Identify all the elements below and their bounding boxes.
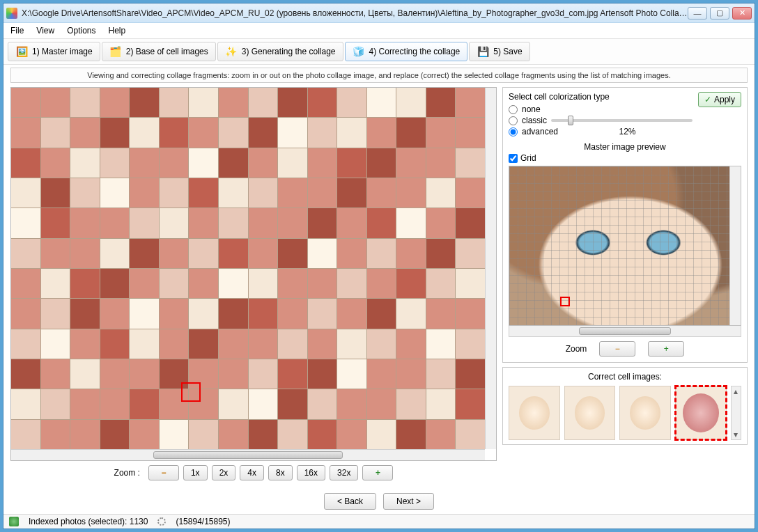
spinner-icon — [157, 517, 166, 526]
selected-cell-marker — [181, 382, 201, 402]
collage-image — [11, 88, 485, 449]
workspace: Zoom : − 1x 2x 4x 8x 16x 32x + Select ce… — [3, 84, 755, 486]
right-column: Select cell colorization type none class… — [502, 87, 748, 482]
colorization-title: Select cell colorization type — [509, 92, 693, 102]
zoom-32x-button[interactable]: 32x — [330, 465, 358, 480]
preview-zoom-controls: Zoom − + — [509, 337, 741, 358]
candidate-thumb[interactable] — [619, 386, 671, 440]
zoom-8x-button[interactable]: 8x — [268, 465, 293, 480]
close-button[interactable]: ✕ — [732, 7, 752, 19]
minimize-button[interactable]: — — [688, 7, 707, 19]
info-bar: Viewing and correcting collage fragments… — [10, 68, 748, 83]
zoom-2x-button[interactable]: 2x — [212, 465, 236, 480]
colorization-slider[interactable] — [551, 119, 693, 122]
collage-zoom-controls: Zoom : − 1x 2x 4x 8x 16x 32x + — [10, 461, 497, 482]
cube-icon: 🧊 — [353, 45, 365, 58]
app-window: X:\Google Drive\ArtensoftShare\Video_APC… — [3, 3, 755, 529]
image-icon: 🖼️ — [15, 45, 28, 58]
app-icon — [6, 8, 17, 19]
grid-label: Grid — [520, 153, 536, 163]
preview-viewport[interactable] — [509, 166, 741, 326]
correct-title: Correct cell images: — [509, 372, 741, 382]
step-save[interactable]: 💾5) Save — [469, 42, 529, 61]
preview-grid-overlay — [509, 166, 729, 325]
collage-scrollbar-horizontal[interactable] — [11, 449, 485, 460]
step-master-image[interactable]: 🖼️1) Master image — [8, 42, 100, 61]
window-title: X:\Google Drive\ArtensoftShare\Video_APC… — [22, 8, 688, 18]
status-bar: Indexed photos (selected): 1130 (15894/1… — [3, 514, 755, 529]
candidate-thumb[interactable] — [509, 386, 560, 440]
step-base-images[interactable]: 🗂️2) Base of cell images — [102, 42, 216, 61]
radio-classic[interactable] — [509, 116, 518, 125]
step-correct[interactable]: 🧊4) Correcting the collage — [345, 42, 468, 61]
add-images-icon: 🗂️ — [109, 45, 122, 58]
preview-zoom-in-button[interactable]: + — [648, 341, 684, 357]
collage-panel: Zoom : − 1x 2x 4x 8x 16x 32x + — [10, 87, 497, 482]
zoom-1x-button[interactable]: 1x — [183, 465, 208, 480]
preview-scrollbar-vertical[interactable] — [729, 166, 741, 325]
preview-zoom-label: Zoom — [566, 344, 587, 354]
next-button[interactable]: Next > — [383, 493, 434, 510]
preview-title: Master image preview — [509, 142, 741, 152]
preview-scrollbar-horizontal[interactable] — [509, 326, 741, 337]
wizard-steps: 🖼️1) Master image 🗂️2) Base of cell imag… — [3, 39, 755, 65]
zoom-4x-button[interactable]: 4x — [240, 465, 264, 480]
zoom-in-button[interactable]: + — [362, 465, 393, 480]
titlebar: X:\Google Drive\ArtensoftShare\Video_APC… — [3, 3, 755, 23]
menu-view[interactable]: View — [36, 26, 54, 36]
radio-classic-label: classic — [522, 116, 547, 125]
status-indexed: Indexed photos (selected): 1130 — [29, 517, 148, 526]
scroll-thumb[interactable] — [579, 327, 672, 335]
collage-viewport[interactable] — [10, 87, 497, 461]
slider-thumb[interactable] — [568, 116, 573, 125]
check-icon: ✓ — [704, 95, 711, 104]
candidate-thumbnails: ▴▾ — [509, 386, 741, 440]
collage-scrollbar-vertical[interactable] — [485, 88, 496, 449]
menu-options[interactable]: Options — [67, 26, 95, 36]
radio-advanced[interactable] — [509, 127, 518, 136]
zoom-out-button[interactable]: − — [148, 465, 179, 480]
grid-checkbox[interactable] — [509, 154, 518, 163]
zoom-label: Zoom : — [114, 468, 140, 478]
candidate-thumb[interactable] — [564, 386, 616, 440]
menubar: File View Options Help — [3, 23, 755, 39]
radio-none-label: none — [522, 104, 541, 114]
menu-help[interactable]: Help — [109, 26, 126, 36]
preview-selection-marker — [560, 297, 570, 306]
zoom-16x-button[interactable]: 16x — [297, 465, 325, 480]
step-generate[interactable]: ✨3) Generating the collage — [217, 42, 343, 61]
candidate-thumb-selected[interactable] — [675, 386, 727, 440]
thumbs-scrollbar[interactable]: ▴▾ — [731, 386, 741, 440]
maximize-button[interactable]: ▢ — [710, 7, 729, 19]
colorization-percent: 12% — [562, 127, 693, 136]
apply-button[interactable]: ✓ Apply — [698, 92, 741, 107]
colorization-panel: Select cell colorization type none class… — [502, 87, 748, 363]
preview-zoom-out-button[interactable]: − — [599, 341, 635, 357]
save-icon: 💾 — [477, 45, 489, 58]
menu-file[interactable]: File — [10, 26, 24, 36]
radio-advanced-label: advanced — [522, 127, 558, 136]
wand-icon: ✨ — [225, 45, 238, 58]
status-icon — [9, 517, 19, 526]
status-progress: (15894/15895) — [176, 517, 230, 526]
scroll-thumb[interactable] — [153, 451, 343, 459]
correct-cells-panel: Correct cell images: ▴▾ — [502, 367, 748, 445]
preview-area: Master image preview Grid Zoom − + — [509, 142, 741, 358]
wizard-nav: < Back Next > — [3, 486, 755, 514]
back-button[interactable]: < Back — [324, 493, 376, 510]
radio-none[interactable] — [509, 105, 518, 114]
